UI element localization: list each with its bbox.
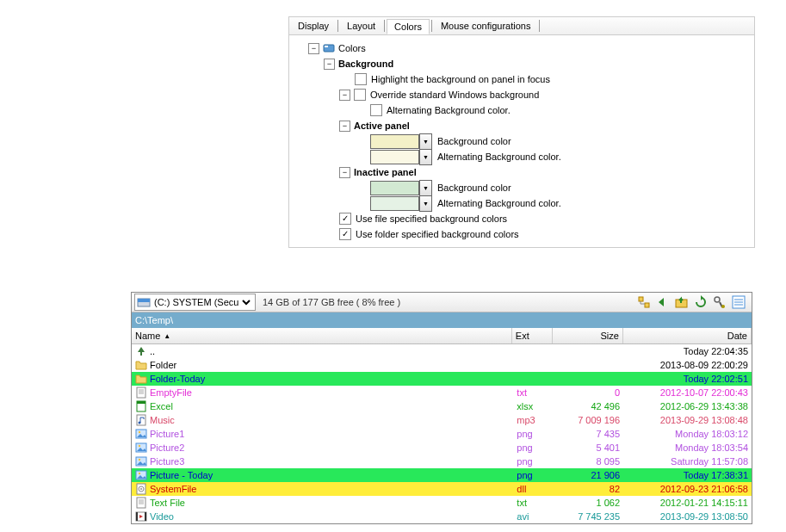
file-row[interactable]: SystemFiledll822012-09-23 21:06:58	[132, 482, 752, 496]
tab-colors[interactable]: Colors	[387, 19, 430, 34]
drive-tools	[637, 295, 749, 309]
file-header: Name▲ Ext Size Date	[132, 328, 752, 344]
header-size[interactable]: Size	[553, 328, 622, 343]
label-file-colors: Use file specified background colors	[356, 213, 507, 224]
dropdown-button[interactable]: ▼	[419, 180, 432, 196]
file-type-icon	[135, 345, 147, 357]
label-alternating: Alternating Background color.	[387, 105, 511, 115]
file-type-icon	[135, 428, 147, 440]
file-name: Video	[150, 511, 174, 522]
svg-rect-38	[145, 512, 146, 521]
expand-toggle[interactable]: −	[339, 167, 350, 178]
file-ext: png	[513, 442, 554, 453]
settings-panel: Display Layout Colors Mouse configuratio…	[288, 16, 755, 248]
checkbox-folder-colors[interactable]	[339, 228, 351, 240]
file-panel: (C:) SYSTEM (Secu 14 GB of 177 GB free (…	[131, 292, 752, 524]
svg-point-8	[721, 305, 725, 308]
expand-toggle[interactable]: −	[339, 90, 350, 101]
checkbox-alternating[interactable]	[370, 104, 382, 116]
drive-icon	[137, 295, 151, 309]
file-name: SystemFile	[150, 484, 196, 494]
svg-rect-1	[325, 46, 328, 47]
file-type-icon	[135, 469, 147, 481]
file-row[interactable]: Picture2png5 401Monday 18:03:54	[132, 441, 752, 455]
checkbox-highlight[interactable]	[355, 73, 367, 85]
file-date: Today 22:02:51	[623, 374, 752, 384]
file-row[interactable]: Videoavi7 745 2352013-09-29 13:08:50	[132, 510, 752, 523]
checkbox-file-colors[interactable]	[339, 213, 351, 225]
svg-rect-4	[639, 297, 643, 301]
tab-display[interactable]: Display	[291, 19, 336, 33]
file-ext: png	[513, 456, 554, 467]
drive-dropdown[interactable]: (C:) SYSTEM (Secu	[151, 296, 253, 308]
file-name: Music	[150, 415, 175, 425]
svg-point-24	[139, 445, 140, 447]
dropdown-button[interactable]: ▼	[419, 149, 432, 165]
tab-layout[interactable]: Layout	[340, 19, 382, 33]
file-row[interactable]: Picture - Todaypng21 906Today 17:38:31	[132, 468, 752, 482]
file-ext: txt	[513, 498, 554, 508]
file-size	[554, 374, 623, 384]
header-name[interactable]: Name▲	[132, 328, 512, 343]
file-size	[554, 347, 623, 356]
file-ext: avi	[513, 511, 554, 522]
expand-toggle[interactable]: −	[339, 121, 350, 132]
file-name: Folder	[150, 360, 176, 370]
tab-mouse[interactable]: Mouse configurations	[434, 19, 538, 33]
file-list[interactable]: ..Today 22:04:35Folder2013-08-09 22:00:2…	[132, 344, 752, 523]
svg-rect-3	[138, 299, 150, 302]
tree-area: − Colors − Background Highlight the back…	[289, 35, 754, 247]
file-row[interactable]: Text Filetxt1 0622012-01-21 14:15:11	[132, 496, 752, 510]
file-row[interactable]: Picture1png7 435Monday 18:03:12	[132, 427, 752, 441]
checkbox-override[interactable]	[354, 89, 366, 101]
svg-point-26	[139, 459, 140, 461]
file-name: Folder-Today	[150, 374, 205, 384]
file-date: Today 22:04:35	[623, 346, 752, 356]
filter-icon[interactable]	[713, 295, 727, 309]
drive-selector[interactable]: (C:) SYSTEM (Secu	[134, 294, 256, 311]
expand-toggle[interactable]: −	[308, 43, 319, 54]
file-date: Monday 18:03:54	[623, 442, 752, 453]
svg-rect-37	[136, 512, 138, 521]
file-row[interactable]: EmptyFiletxt02012-10-07 22:00:43	[132, 386, 752, 399]
file-row[interactable]: ..Today 22:04:35	[132, 344, 752, 358]
path-bar[interactable]: C:\Temp\	[132, 312, 752, 328]
svg-point-22	[139, 431, 140, 433]
tree-icon[interactable]	[637, 295, 651, 309]
inactive-bg-swatch[interactable]	[370, 181, 419, 195]
file-row[interactable]: Folder2013-08-09 22:00:29	[132, 358, 752, 372]
file-size: 7 745 235	[554, 511, 623, 522]
svg-rect-18	[137, 401, 145, 404]
file-row[interactable]: Folder-TodayToday 22:02:51	[132, 372, 752, 386]
dropdown-button[interactable]: ▼	[419, 195, 432, 212]
file-name: Text File	[150, 498, 185, 508]
file-row[interactable]: Excelxlsx42 4962012-06-29 13:43:38	[132, 399, 752, 413]
file-row[interactable]: Musicmp37 009 1962013-09-29 13:08:48	[132, 413, 752, 427]
file-ext: mp3	[513, 415, 554, 425]
tree-background-label: Background	[338, 59, 393, 69]
svg-point-28	[139, 473, 140, 474]
header-ext[interactable]: Ext	[512, 328, 554, 343]
tree-root-label: Colors	[338, 43, 366, 53]
view-details-icon[interactable]	[732, 295, 746, 309]
active-alt-swatch[interactable]	[370, 150, 419, 164]
label-inactive-bg: Background color	[437, 182, 511, 193]
drive-bar: (C:) SYSTEM (Secu 14 GB of 177 GB free (…	[132, 293, 752, 312]
header-date[interactable]: Date	[623, 328, 752, 343]
file-type-icon	[135, 373, 147, 385]
file-type-icon	[135, 414, 147, 426]
history-back-icon[interactable]	[656, 295, 670, 309]
file-size: 0	[554, 387, 623, 398]
refresh-icon[interactable]	[694, 295, 708, 309]
dropdown-button[interactable]: ▼	[419, 133, 432, 150]
file-row[interactable]: Picture3png8 095Saturday 11:57:08	[132, 455, 752, 468]
svg-rect-5	[645, 303, 649, 307]
label-active-bg: Background color	[437, 136, 511, 146]
file-type-icon	[135, 387, 147, 399]
active-bg-swatch[interactable]	[370, 134, 419, 149]
folder-up-icon[interactable]	[675, 295, 689, 309]
expand-toggle[interactable]: −	[324, 59, 335, 70]
inactive-alt-swatch[interactable]	[370, 196, 419, 211]
file-size: 42 496	[554, 401, 623, 411]
file-size: 8 095	[554, 456, 623, 467]
